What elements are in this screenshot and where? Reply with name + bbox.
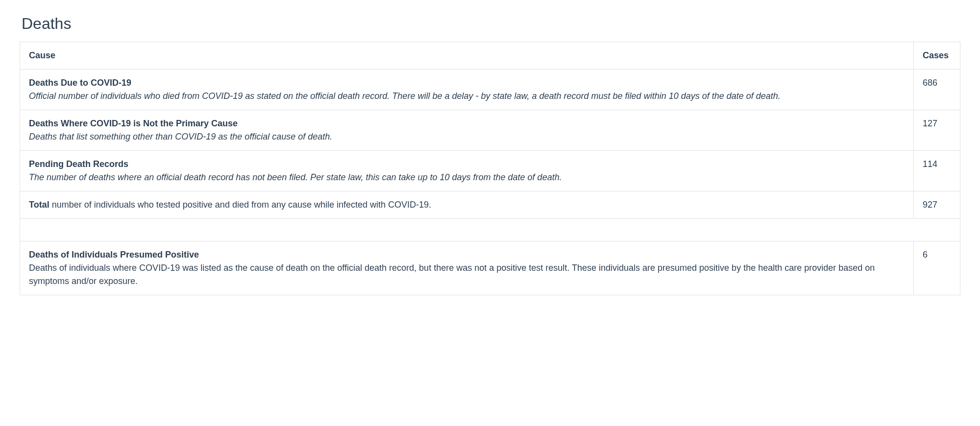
cases-cell: 686 <box>914 70 960 110</box>
table-row: Deaths Where COVID-19 is Not the Primary… <box>20 110 960 151</box>
table-row: Pending Death Records The number of deat… <box>20 151 960 191</box>
cases-cell: 114 <box>914 151 960 191</box>
cause-cell: Pending Death Records The number of deat… <box>20 151 914 191</box>
row-desc: Deaths of individuals where COVID-19 was… <box>29 261 905 288</box>
cause-cell: Deaths of Individuals Presumed Positive … <box>20 241 914 295</box>
total-label: Total <box>29 200 49 210</box>
spacer-cell <box>20 219 960 241</box>
row-title: Pending Death Records <box>29 158 905 171</box>
row-desc: The number of deaths where an official d… <box>29 171 905 184</box>
row-title: Deaths Where COVID-19 is Not the Primary… <box>29 117 905 130</box>
spacer-row <box>20 219 960 241</box>
header-cause: Cause <box>20 42 914 70</box>
total-row: Total number of individuals who tested p… <box>20 191 960 219</box>
row-desc: Deaths that list something other than CO… <box>29 130 905 143</box>
header-cases: Cases <box>914 42 960 70</box>
row-title: Deaths Due to COVID-19 <box>29 76 905 90</box>
cases-cell: 127 <box>914 110 960 151</box>
table-header-row: Cause Cases <box>20 42 960 70</box>
table-row: Deaths Due to COVID-19 Official number o… <box>20 70 960 110</box>
row-title: Deaths of Individuals Presumed Positive <box>29 248 905 261</box>
section-title: Deaths <box>22 15 960 33</box>
total-desc: number of individuals who tested positiv… <box>49 200 431 210</box>
cases-cell: 6 <box>914 241 960 295</box>
row-desc: Official number of individuals who died … <box>29 90 905 103</box>
presumed-row: Deaths of Individuals Presumed Positive … <box>20 241 960 295</box>
deaths-table: Cause Cases Deaths Due to COVID-19 Offic… <box>20 42 960 295</box>
cause-cell: Deaths Where COVID-19 is Not the Primary… <box>20 110 914 151</box>
cases-cell: 927 <box>914 191 960 219</box>
cause-cell: Total number of individuals who tested p… <box>20 191 914 219</box>
cause-cell: Deaths Due to COVID-19 Official number o… <box>20 70 914 110</box>
